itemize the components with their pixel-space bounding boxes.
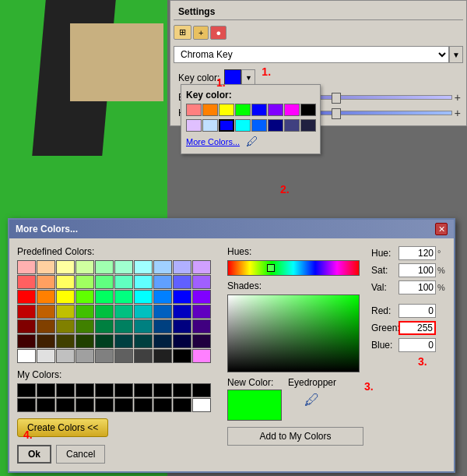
predefined-color-cell[interactable] (114, 275, 133, 289)
predefined-color-cell[interactable] (17, 305, 36, 319)
predefined-color-cell[interactable] (95, 260, 114, 274)
sat-input[interactable] (399, 263, 436, 277)
color-cell[interactable] (251, 104, 267, 116)
my-color-cell[interactable] (75, 383, 94, 397)
predefined-color-cell[interactable] (153, 349, 172, 363)
color-cell[interactable] (235, 119, 251, 132)
predefined-color-cell[interactable] (173, 260, 191, 274)
predefined-color-cell[interactable] (75, 290, 94, 304)
red-input[interactable] (399, 304, 436, 318)
predefined-color-cell[interactable] (56, 319, 75, 333)
effect-dropdown[interactable]: Chroma Key Luma Key Alpha Key (174, 46, 449, 63)
color-cell[interactable] (268, 119, 283, 132)
eyedropper-tool-icon[interactable]: 🖊 (304, 391, 320, 409)
toolbar-btn-2[interactable]: + (193, 26, 209, 40)
predefined-color-cell[interactable] (75, 349, 94, 363)
predefined-color-cell[interactable] (173, 290, 191, 304)
predefined-color-cell[interactable] (114, 334, 133, 348)
predefined-color-cell[interactable] (134, 305, 153, 319)
toolbar-btn-1[interactable]: ⊞ (174, 25, 191, 40)
predefined-color-cell[interactable] (37, 275, 55, 289)
ok-button[interactable]: Ok (17, 445, 51, 464)
predefined-color-cell[interactable] (134, 349, 153, 363)
predefined-color-cell[interactable] (192, 260, 211, 274)
predefined-color-cell[interactable] (192, 305, 211, 319)
my-color-cell[interactable] (56, 383, 75, 397)
my-color-cell[interactable] (192, 398, 211, 412)
color-cell[interactable] (284, 104, 300, 116)
predefined-color-cell[interactable] (75, 305, 94, 319)
my-color-cell[interactable] (173, 383, 191, 397)
predefined-color-cell[interactable] (17, 334, 36, 348)
predefined-color-cell[interactable] (134, 319, 153, 333)
cancel-button[interactable]: Cancel (56, 445, 105, 464)
dropdown-arrow[interactable]: ▼ (449, 46, 463, 63)
my-color-cell[interactable] (17, 398, 36, 412)
green-input[interactable] (399, 321, 436, 335)
my-color-cell[interactable] (192, 383, 211, 397)
predefined-color-cell[interactable] (134, 260, 153, 274)
predefined-color-cell[interactable] (95, 319, 114, 333)
predefined-color-cell[interactable] (153, 334, 172, 348)
my-color-cell[interactable] (153, 383, 172, 397)
predefined-color-cell[interactable] (192, 349, 211, 363)
my-color-cell[interactable] (37, 383, 55, 397)
predefined-color-cell[interactable] (134, 334, 153, 348)
more-colors-button[interactable]: More Colors... (186, 137, 240, 146)
my-color-cell[interactable] (37, 398, 55, 412)
predefined-color-cell[interactable] (153, 275, 172, 289)
predefined-color-cell[interactable] (173, 349, 191, 363)
my-color-cell[interactable] (134, 398, 153, 412)
my-color-cell[interactable] (75, 398, 94, 412)
predefined-color-cell[interactable] (56, 275, 75, 289)
predefined-color-cell[interactable] (56, 349, 75, 363)
predefined-color-cell[interactable] (134, 290, 153, 304)
my-color-cell[interactable] (114, 383, 133, 397)
create-colors-button[interactable]: Create Colors << (17, 418, 108, 437)
predefined-color-cell[interactable] (75, 275, 94, 289)
my-color-cell[interactable] (173, 398, 191, 412)
predefined-color-cell[interactable] (134, 275, 153, 289)
color-cell[interactable] (300, 119, 316, 132)
my-color-cell[interactable] (17, 383, 36, 397)
hues-bar[interactable] (227, 260, 360, 276)
predefined-color-cell[interactable] (37, 305, 55, 319)
predefined-color-cell[interactable] (37, 290, 55, 304)
predefined-color-cell[interactable] (56, 260, 75, 274)
predefined-color-cell[interactable] (17, 260, 36, 274)
predefined-color-cell[interactable] (37, 349, 55, 363)
color-cell[interactable] (186, 119, 202, 132)
predefined-color-cell[interactable] (17, 275, 36, 289)
my-color-cell[interactable] (134, 383, 153, 397)
predefined-color-cell[interactable] (114, 319, 133, 333)
predefined-color-cell[interactable] (37, 260, 55, 274)
predefined-color-cell[interactable] (114, 290, 133, 304)
my-color-cell[interactable] (95, 383, 114, 397)
predefined-color-cell[interactable] (56, 290, 75, 304)
predefined-color-cell[interactable] (37, 334, 55, 348)
my-color-cell[interactable] (56, 398, 75, 412)
color-cell[interactable] (268, 104, 283, 116)
color-cell[interactable] (300, 104, 316, 116)
predefined-color-cell[interactable] (56, 305, 75, 319)
predefined-color-cell[interactable] (173, 305, 191, 319)
predefined-color-cell[interactable] (153, 305, 172, 319)
my-color-cell[interactable] (95, 398, 114, 412)
predefined-color-cell[interactable] (17, 290, 36, 304)
color-cell[interactable] (219, 104, 234, 116)
predefined-color-cell[interactable] (192, 275, 211, 289)
predefined-color-cell[interactable] (75, 319, 94, 333)
eyedropper-icon[interactable]: 🖊 (246, 135, 258, 149)
predefined-color-cell[interactable] (173, 334, 191, 348)
val-input[interactable] (399, 280, 436, 294)
predefined-color-cell[interactable] (37, 319, 55, 333)
color-cell[interactable] (284, 119, 300, 132)
predefined-color-cell[interactable] (153, 290, 172, 304)
predefined-color-cell[interactable] (192, 290, 211, 304)
my-color-cell[interactable] (153, 398, 172, 412)
dialog-close-button[interactable]: ✕ (435, 223, 448, 235)
toolbar-btn-3[interactable]: ● (210, 26, 226, 40)
shades-box[interactable] (227, 294, 360, 372)
predefined-color-cell[interactable] (75, 334, 94, 348)
color-cell[interactable] (219, 119, 234, 132)
